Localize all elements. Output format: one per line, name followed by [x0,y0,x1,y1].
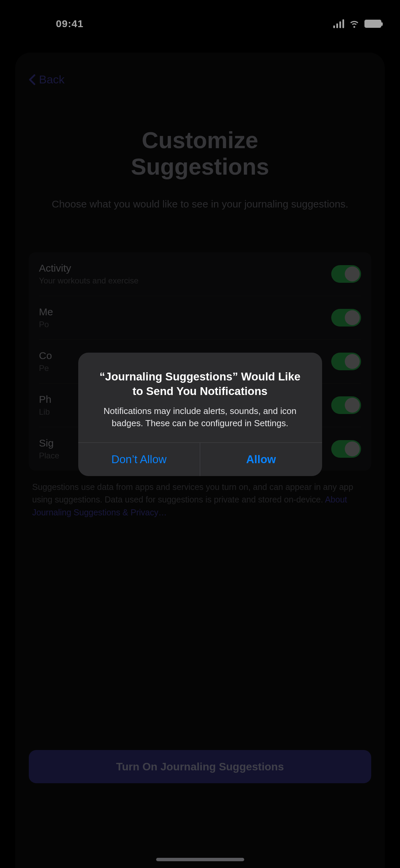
allow-button[interactable]: Allow [200,443,322,476]
alert-title: “Journaling Suggestions” Would Like to S… [95,370,305,399]
notification-permission-alert: “Journaling Suggestions” Would Like to S… [78,353,322,476]
home-indicator[interactable] [156,858,244,861]
alert-message: Notifications may include alerts, sounds… [95,405,305,430]
dont-allow-button[interactable]: Don’t Allow [78,443,201,476]
